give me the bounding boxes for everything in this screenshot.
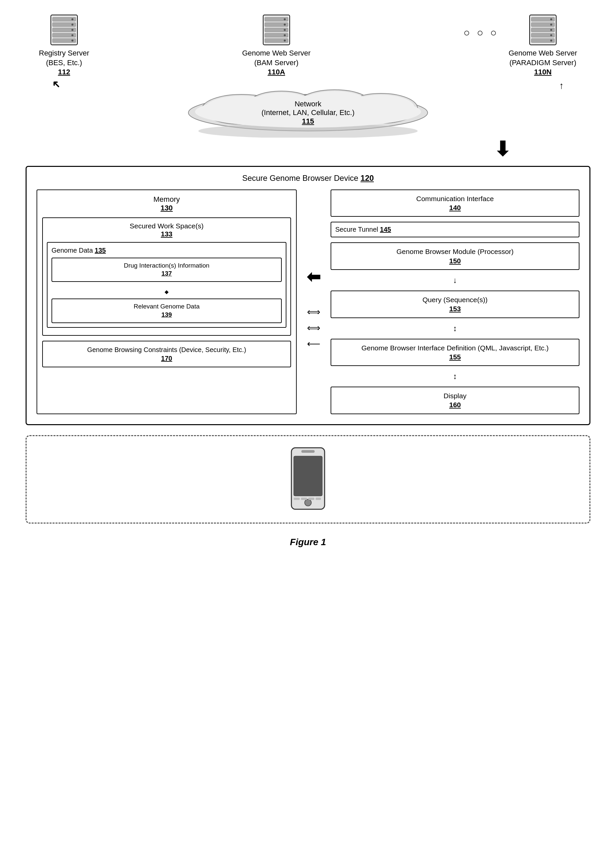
paradigm-arrow-up: ↑: [559, 80, 564, 91]
svg-rect-45: [294, 456, 322, 496]
constraints: Genome Browsing Constraints (Device, Sec…: [42, 341, 291, 367]
svg-point-7: [71, 24, 73, 25]
lr-arrow-3: ⟵: [307, 338, 320, 349]
svg-point-8: [71, 29, 73, 31]
genome-paradigm-num: 110N: [534, 68, 552, 76]
drug-num: 137: [161, 270, 172, 277]
interface-def: Genome Browser Interface Definition (QML…: [330, 339, 579, 366]
relevant-genome: Relevant Genome Data 139: [52, 298, 282, 323]
interface-def-label: Genome Browser Interface Definition (QML…: [361, 344, 549, 352]
drug-interaction: Drug Interaction(s) Information 137: [52, 258, 282, 282]
svg-point-20: [284, 34, 286, 36]
genome-paradigm-server: Genome Web Server (PARADIGM Server) 110N: [509, 13, 577, 77]
svg-point-21: [284, 40, 286, 42]
relevant-num: 139: [161, 311, 172, 318]
genome-bam-label: Genome Web Server: [242, 49, 311, 57]
genome-bam-sublabel: (BAM Server): [254, 58, 298, 67]
svg-point-29: [550, 24, 552, 25]
device-box: Secure Genome Browser Device 120 Memory …: [25, 166, 591, 425]
h-arrows-area: ⬅ ⟺ ⟺ ⟵: [307, 190, 321, 414]
svg-point-47: [305, 499, 311, 506]
genome-data: Genome Data 135 Drug Interaction(s) Info…: [47, 242, 286, 328]
registry-server-num: 112: [58, 68, 70, 76]
memory-label: Memory: [154, 195, 180, 203]
genome-paradigm-server-icon: [528, 13, 558, 46]
figure-caption: Figure 1: [290, 537, 326, 547]
right-section: Communication Interface 140 Secure Tunne…: [330, 190, 579, 414]
relevant-label: Relevant Genome Data: [133, 303, 200, 310]
down-arrow-big: ⬇: [494, 139, 511, 159]
genome-bam-server-icon: [262, 13, 292, 46]
device-title-text: Secure Genome Browser Device: [242, 173, 358, 182]
registry-server-sublabel: (BES, Etc.): [46, 58, 82, 67]
svg-rect-51: [315, 498, 321, 500]
genome-paradigm-label: Genome Web Server: [509, 49, 577, 57]
svg-point-31: [550, 34, 552, 36]
network-label: Network (Internet, LAN, Cellular, Etc.) …: [262, 100, 354, 126]
browser-module: Genome Browser Module (Processor) 150: [330, 242, 579, 270]
constraints-label: Genome Browsing Constraints (Device, Sec…: [87, 346, 246, 353]
phone-icon: [286, 446, 330, 513]
svg-point-32: [550, 40, 552, 42]
svg-point-18: [284, 24, 286, 25]
device-inner: Memory 130 Secured Work Space(s) 133 Gen…: [37, 190, 579, 414]
interface-def-num: 155: [449, 353, 461, 361]
left-arrow-big: ⬅: [307, 267, 321, 286]
query-num: 153: [449, 305, 461, 313]
query: Query (Sequence(s)) 153: [330, 291, 579, 318]
lr-arrow-1: ⟺: [307, 307, 320, 317]
cloud-wrapper: Network (Internet, LAN, Cellular, Etc.) …: [25, 88, 591, 138]
browser-module-label: Genome Browser Module (Processor): [396, 248, 513, 255]
big-arrow: ⬇: [25, 139, 591, 159]
svg-rect-48: [294, 498, 300, 500]
secure-tunnel: Secure Tunnel 145: [330, 222, 579, 237]
query-label: Query (Sequence(s)): [422, 296, 487, 304]
comm-interface: Communication Interface 140: [330, 190, 579, 217]
genome-paradigm-group: ○ ○ ○ Genome Web Server (: [463, 13, 577, 77]
arrow-browser-query: ↓: [330, 275, 579, 286]
secured-ws-num: 133: [161, 230, 172, 238]
genome-data-num: 135: [95, 247, 106, 254]
svg-point-10: [71, 40, 73, 42]
secured-workspace: Secured Work Space(s) 133 Genome Data 13…: [42, 217, 291, 336]
secured-ws-label: Secured Work Space(s): [130, 222, 204, 230]
memory-section: Memory 130 Secured Work Space(s) 133 Gen…: [37, 190, 297, 414]
svg-rect-50: [308, 498, 314, 500]
svg-point-30: [550, 29, 552, 31]
svg-point-19: [284, 29, 286, 31]
lr-arrow-2: ⟺: [307, 322, 320, 334]
secure-tunnel-label: Secure Tunnel: [335, 226, 378, 233]
registry-server-icon: [49, 13, 79, 46]
svg-rect-46: [301, 450, 315, 453]
servers-row: Registry Server (BES, Etc.) 112 G: [25, 13, 591, 77]
svg-point-9: [71, 34, 73, 36]
arrow-query-interface: ↕: [330, 323, 579, 334]
network-section: ➜ ↑: [25, 80, 591, 138]
registry-server: Registry Server (BES, Etc.) 112: [39, 13, 89, 77]
genome-paradigm-sublabel: (PARADIGM Server): [509, 58, 576, 67]
cloud-container: Network (Internet, LAN, Cellular, Etc.) …: [175, 88, 441, 138]
diagram: Registry Server (BES, Etc.) 112 G: [25, 13, 591, 547]
svg-point-28: [550, 18, 552, 20]
svg-rect-49: [301, 498, 307, 500]
network-num: 115: [302, 117, 314, 125]
display-num: 160: [449, 401, 461, 409]
device-num: 120: [360, 173, 374, 182]
svg-point-17: [284, 18, 286, 20]
genome-data-label: Genome Data: [52, 247, 93, 254]
comm-num: 140: [449, 204, 461, 211]
arrow-interface-display: ↕: [330, 371, 579, 382]
comm-label: Communication Interface: [416, 195, 494, 202]
svg-point-6: [71, 18, 73, 20]
ellipsis: ○ ○ ○: [463, 27, 499, 39]
genome-bam-num: 110A: [268, 68, 285, 76]
display-label: Display: [444, 392, 466, 400]
secure-tunnel-num: 145: [380, 226, 391, 233]
registry-server-label: Registry Server: [39, 49, 89, 57]
browser-module-num: 150: [449, 257, 461, 265]
diamond-arrow: ⬥: [52, 286, 282, 297]
drug-label: Drug Interaction(s) Information: [124, 262, 210, 269]
svg-point-43: [348, 95, 414, 120]
mobile-device-outline: [25, 435, 591, 523]
memory-num: 130: [160, 204, 173, 212]
